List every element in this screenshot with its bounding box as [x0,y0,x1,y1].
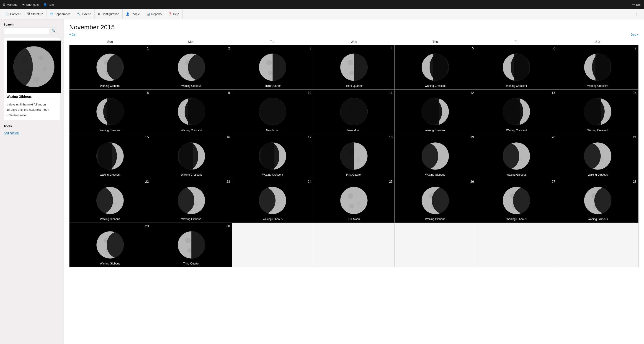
prev-month-link[interactable]: « Oct [69,33,76,36]
table-row[interactable]: 25 Full Moon [313,178,395,223]
table-row[interactable]: 20 Waxing Gibbous [476,134,557,178]
nav-collapse-button[interactable]: ⊢ [634,12,642,17]
moon-image [232,178,313,222]
weekday-mon: Mon [151,38,232,45]
table-row[interactable]: 6 Waning Crescent [476,45,557,90]
weekday-fri: Fri [476,38,557,45]
table-row[interactable]: 18 First Quarter [313,134,395,178]
table-row[interactable]: 26 Waning Gibbous [394,178,476,223]
days-to-full-count: 4 [6,103,8,106]
user-label: Tom [48,3,54,6]
table-row[interactable]: 16 Waxing Crescent [151,134,232,178]
tools-title: Tools [4,124,60,129]
table-row[interactable]: 29 Waning Gibbous [70,223,151,267]
table-row[interactable] [557,223,638,267]
table-row[interactable]: 24 Waxing Gibbous [232,178,313,223]
moon-image [232,45,313,89]
table-row[interactable]: 7 Waning Crescent [557,45,638,90]
day-number: 19 [470,135,474,139]
phase-label: Waning Gibbous [476,218,557,221]
illuminated-percent: 81% [6,114,12,117]
day-number: 3 [310,46,311,50]
svg-point-102 [340,98,368,125]
table-row[interactable]: 19 Waxing Gibbous [394,134,476,178]
day-number: 13 [552,91,555,94]
table-row[interactable]: 28 Waning Gibbous [557,178,638,223]
moon-image [151,223,232,267]
sidebar-moon-box: Waxing Gibbous 4 days until the next ful… [4,38,60,121]
table-row[interactable]: 30 Third Quarter [151,223,232,267]
svg-rect-164 [339,142,354,171]
table-row[interactable]: 13 Waxing Crescent [476,90,557,134]
table-row[interactable]: 2 Waning Gibbous [151,45,232,90]
table-row[interactable]: 21 Waxing Gibbous [557,134,638,178]
nav-appearance[interactable]: 💎 Appearance [46,9,74,19]
moon-image [313,45,394,89]
table-row[interactable]: 17 Waxing Crescent [232,134,313,178]
table-row[interactable] [394,223,476,267]
day-number: 15 [145,135,149,139]
svg-point-201 [194,202,198,206]
edit-button[interactable]: ✏ Edit [632,3,641,6]
table-row[interactable]: 5 Waning Crescent [394,45,476,90]
table-row[interactable]: 14 Waxing Crescent [557,90,638,134]
moon-image [476,178,557,222]
table-row[interactable]: 3 Third Quarter [232,45,313,90]
table-row[interactable]: 10 New Moon [232,90,313,134]
table-row[interactable]: 22 Waxing Gibbous [70,178,151,223]
table-row[interactable]: 4 Third Quarter [313,45,395,90]
day-number: 8 [147,91,149,94]
table-row[interactable]: 9 Waning Crescent [151,90,232,134]
nav-help-label: Help [173,12,179,16]
svg-point-217 [357,202,360,206]
day-number: 30 [226,224,230,228]
phase-label: Waxing Crescent [151,173,232,176]
pencil-icon: ✏ [632,3,635,6]
phase-label: Waxing Crescent [557,129,638,132]
nav-help[interactable]: ❓ Help [165,9,182,19]
table-row[interactable]: 8 Waning Crescent [70,90,151,134]
nav-configuration[interactable]: ⚙ Configuration [94,9,122,19]
day-number: 25 [389,180,393,184]
search-button[interactable]: 🔍 [50,28,57,34]
table-row[interactable]: 12 Waxing Crescent [394,90,476,134]
svg-point-39 [349,70,354,75]
table-row[interactable]: 11 New Moon [313,90,395,134]
nav-content[interactable]: 📄 Content [2,9,24,19]
moon-image [557,178,638,222]
nav-extend[interactable]: 🔧 Extend [74,9,94,19]
moon-image [151,178,232,222]
svg-point-177 [519,158,523,161]
table-row[interactable] [232,223,313,267]
svg-rect-33 [272,54,287,82]
next-month-link[interactable]: Dec » [631,33,638,36]
phase-label: First Quarter [313,173,394,176]
table-row[interactable] [476,223,557,267]
nav-people[interactable]: 👤 People [122,9,143,19]
user-menu-item[interactable]: 👤 Tom [43,3,54,6]
day-number: 21 [633,135,636,139]
phase-label: Waxing Gibbous [232,218,313,221]
phase-label: Waxing Gibbous [395,173,476,176]
page-title: November 2015 [69,24,638,31]
table-row[interactable] [313,223,395,267]
nav-reports[interactable]: 📊 Reports [143,9,165,19]
search-box: 🔍 [4,28,60,34]
nav-structure[interactable]: 🏗 Structure [24,9,47,19]
table-row[interactable]: 27 Waning Gibbous [476,178,557,223]
weekday-sat: Sat [557,38,638,45]
table-row[interactable]: 23 Waxing Gibbous [151,178,232,223]
moon-image [151,90,232,134]
shortcuts-menu-item[interactable]: ★ Shortcuts [22,3,39,6]
svg-point-163 [354,148,356,150]
manage-menu-item[interactable]: ☰ Manage [3,3,18,6]
moon-image [313,134,394,178]
search-input[interactable] [4,28,49,34]
table-row[interactable]: 15 Waxing Crescent [70,134,151,178]
nav-content-label: Content [10,12,20,16]
content-icon: 📄 [5,12,9,16]
sidebar-moon-phase-title: Waxing Gibbous [6,95,57,100]
add-content-link[interactable]: Add content [4,131,19,135]
table-row[interactable]: 1 Waning Gibbous [70,45,151,90]
svg-point-94 [259,98,286,125]
